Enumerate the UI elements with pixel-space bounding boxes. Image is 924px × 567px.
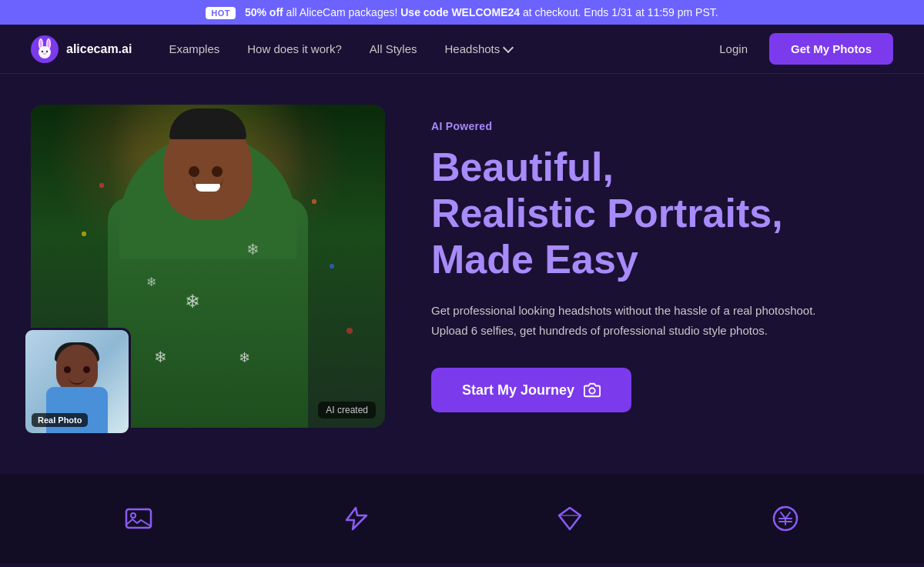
promo-suffix: at checkout. Ends 1/31 at 11:59 pm PST. <box>523 6 718 18</box>
bottom-icon-item-diamond <box>556 505 584 532</box>
nav-link-all-styles[interactable]: All Styles <box>370 42 417 55</box>
hero-image-wrapper: ★ ❄ ❄ <box>31 105 385 428</box>
promo-plain-text: all AliceCam packages! <box>286 6 401 18</box>
hero-thumbnail: Real Photo <box>23 328 131 435</box>
svg-point-7 <box>46 50 48 52</box>
svg-point-4 <box>48 40 50 48</box>
svg-point-9 <box>589 389 594 394</box>
nav-brand-text: alicecam.ai <box>66 42 132 56</box>
hero-section: ★ ❄ ❄ <box>0 74 924 459</box>
headshots-label: Headshots <box>445 42 500 55</box>
bottom-icon-item-yen <box>772 505 799 532</box>
description-line2: Upload 6 selfies, get hundreds of profes… <box>431 321 893 341</box>
promo-code: Use code WELCOME24 <box>400 6 520 18</box>
hot-badge: HOT <box>206 7 236 19</box>
get-photos-button[interactable]: Get My Photos <box>769 33 893 65</box>
headline-line1: Beautiful, <box>431 145 614 189</box>
promo-bold-text: 50% off <box>245 6 283 18</box>
ai-created-label: AI created <box>318 402 376 419</box>
svg-point-11 <box>131 513 136 518</box>
nav-right: Login Get My Photos <box>719 33 893 65</box>
diamond-icon <box>556 505 584 532</box>
camera-icon <box>584 382 601 399</box>
ai-powered-label: AI Powered <box>431 120 893 132</box>
start-journey-label: Start My Journey <box>462 382 574 399</box>
nav-logo[interactable]: alicecam.ai <box>31 35 132 63</box>
hero-headline: Beautiful, Realistic Portraits, Made Eas… <box>431 145 893 282</box>
headline-line2: Realistic Portraits, <box>431 191 783 235</box>
nav-links: Examples How does it work? All Styles He… <box>169 42 719 55</box>
hero-description: Get professional looking headshots witho… <box>431 301 893 340</box>
svg-point-6 <box>42 50 43 52</box>
logo-icon <box>31 35 59 63</box>
nav-link-examples[interactable]: Examples <box>169 42 219 55</box>
bottom-icon-item-lightning <box>340 505 368 532</box>
headshots-chevron-icon <box>503 42 514 53</box>
nav-link-how-it-works[interactable]: How does it work? <box>247 42 342 55</box>
lightning-bolt-icon <box>340 505 368 532</box>
bottom-icon-item-image <box>125 505 152 532</box>
thumbnail-head <box>56 345 98 391</box>
svg-point-3 <box>40 40 42 48</box>
svg-point-5 <box>38 46 51 58</box>
yen-currency-icon <box>772 505 799 532</box>
nav-login-link[interactable]: Login <box>719 42 748 55</box>
hero-text: AI Powered Beautiful, Realistic Portrait… <box>431 105 893 412</box>
real-photo-label: Real Photo <box>32 413 88 427</box>
promo-banner: HOT 50% off all AliceCam packages! Use c… <box>0 0 924 25</box>
start-journey-button[interactable]: Start My Journey <box>431 368 631 412</box>
image-gallery-icon <box>125 505 152 532</box>
navbar: alicecam.ai Examples How does it work? A… <box>0 25 924 74</box>
svg-point-8 <box>43 52 46 54</box>
headline-line3: Made Easy <box>431 237 638 282</box>
bottom-section <box>0 474 924 563</box>
nav-link-headshots[interactable]: Headshots <box>445 42 513 55</box>
svg-rect-10 <box>126 509 151 528</box>
description-line1: Get professional looking headshots witho… <box>431 301 893 321</box>
